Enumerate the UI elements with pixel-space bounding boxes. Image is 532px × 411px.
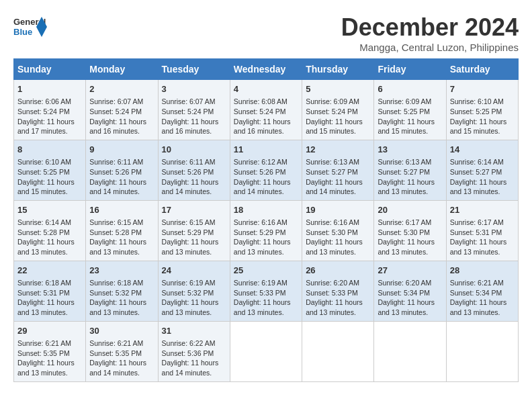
calendar-week-row: 15Sunrise: 6:14 AMSunset: 5:28 PMDayligh…: [14, 200, 519, 261]
daylight-text: Daylight: 11 hours and 15 minutes.: [450, 118, 507, 136]
day-number: 26: [306, 265, 370, 277]
sunrise-text: Sunrise: 6:14 AM: [17, 218, 71, 226]
header-wednesday: Wednesday: [230, 59, 302, 80]
day-number: 31: [162, 325, 226, 337]
sunset-text: Sunset: 5:34 PM: [450, 289, 502, 297]
sunrise-text: Sunrise: 6:18 AM: [17, 279, 71, 287]
calendar-week-row: 1Sunrise: 6:06 AMSunset: 5:24 PMDaylight…: [14, 80, 519, 140]
sunrise-text: Sunrise: 6:22 AM: [162, 339, 216, 347]
calendar-day-cell: 2Sunrise: 6:07 AMSunset: 5:24 PMDaylight…: [86, 80, 158, 140]
sunset-text: Sunset: 5:30 PM: [306, 228, 358, 236]
day-number: 25: [234, 265, 298, 277]
daylight-text: Daylight: 11 hours and 13 minutes.: [17, 298, 75, 316]
sunset-text: Sunset: 5:28 PM: [17, 228, 70, 236]
calendar-day-cell: 29Sunrise: 6:21 AMSunset: 5:35 PMDayligh…: [14, 321, 86, 381]
daylight-text: Daylight: 11 hours and 16 minutes.: [89, 118, 146, 136]
sunset-text: Sunset: 5:29 PM: [162, 228, 214, 236]
calendar-day-cell: 10Sunrise: 6:11 AMSunset: 5:26 PMDayligh…: [158, 140, 230, 200]
calendar-day-cell: 8Sunrise: 6:10 AMSunset: 5:25 PMDaylight…: [14, 140, 86, 200]
calendar-day-cell: 13Sunrise: 6:13 AMSunset: 5:27 PMDayligh…: [374, 140, 446, 200]
day-number: 29: [17, 325, 82, 337]
day-number: 8: [17, 144, 82, 156]
daylight-text: Daylight: 11 hours and 13 minutes.: [378, 298, 435, 316]
calendar-day-cell: 3Sunrise: 6:07 AMSunset: 5:24 PMDaylight…: [158, 80, 230, 140]
sunrise-text: Sunrise: 6:14 AM: [450, 158, 504, 166]
daylight-text: Daylight: 11 hours and 13 minutes.: [17, 238, 75, 256]
day-number: 21: [450, 204, 515, 216]
sunset-text: Sunset: 5:27 PM: [378, 168, 430, 176]
month-title: December 2024: [341, 13, 519, 42]
sunrise-text: Sunrise: 6:10 AM: [17, 158, 71, 166]
daylight-text: Daylight: 11 hours and 13 minutes.: [306, 298, 363, 316]
sunset-text: Sunset: 5:25 PM: [17, 168, 70, 176]
calendar-table: SundayMondayTuesdayWednesdayThursdayFrid…: [13, 58, 519, 382]
day-number: 23: [89, 265, 154, 277]
logo-svg: General Blue: [13, 13, 47, 40]
daylight-text: Daylight: 11 hours and 13 minutes.: [234, 238, 291, 256]
day-number: 16: [89, 204, 154, 216]
sunset-text: Sunset: 5:25 PM: [378, 107, 430, 116]
daylight-text: Daylight: 11 hours and 13 minutes.: [89, 238, 146, 256]
sunrise-text: Sunrise: 6:12 AM: [234, 158, 287, 166]
day-number: 22: [17, 265, 82, 277]
daylight-text: Daylight: 11 hours and 13 minutes.: [17, 359, 75, 377]
calendar-day-cell: 1Sunrise: 6:06 AMSunset: 5:24 PMDaylight…: [14, 80, 86, 140]
day-number: 15: [17, 204, 82, 216]
sunset-text: Sunset: 5:24 PM: [162, 107, 214, 116]
sunset-text: Sunset: 5:31 PM: [450, 228, 502, 236]
header-monday: Monday: [86, 59, 158, 80]
sunset-text: Sunset: 5:27 PM: [306, 168, 358, 176]
daylight-text: Daylight: 11 hours and 15 minutes.: [306, 118, 363, 136]
sunset-text: Sunset: 5:26 PM: [162, 168, 214, 176]
daylight-text: Daylight: 11 hours and 13 minutes.: [450, 298, 507, 316]
day-number: 7: [450, 83, 515, 95]
sunrise-text: Sunrise: 6:21 AM: [450, 279, 504, 287]
sunrise-text: Sunrise: 6:11 AM: [89, 158, 143, 166]
calendar-day-cell: 30Sunrise: 6:21 AMSunset: 5:35 PMDayligh…: [86, 321, 158, 381]
day-number: 13: [378, 144, 442, 156]
sunrise-text: Sunrise: 6:17 AM: [450, 218, 504, 226]
logo: General Blue: [13, 13, 47, 40]
calendar-day-cell: 24Sunrise: 6:19 AMSunset: 5:32 PMDayligh…: [158, 261, 230, 321]
sunset-text: Sunset: 5:35 PM: [17, 349, 70, 357]
sunset-text: Sunset: 5:32 PM: [89, 289, 142, 297]
title-block: December 2024 Mangga, Central Luzon, Phi…: [341, 13, 519, 53]
calendar-day-cell: 20Sunrise: 6:17 AMSunset: 5:30 PMDayligh…: [374, 200, 446, 261]
day-number: 20: [378, 204, 442, 216]
daylight-text: Daylight: 11 hours and 13 minutes.: [450, 238, 507, 256]
header-sunday: Sunday: [14, 59, 86, 80]
day-number: 3: [162, 83, 226, 95]
sunrise-text: Sunrise: 6:15 AM: [162, 218, 216, 226]
day-number: 2: [89, 83, 154, 95]
sunrise-text: Sunrise: 6:07 AM: [162, 97, 216, 105]
day-number: 10: [162, 144, 226, 156]
daylight-text: Daylight: 11 hours and 13 minutes.: [378, 178, 435, 196]
daylight-text: Daylight: 11 hours and 17 minutes.: [17, 118, 75, 136]
header-tuesday: Tuesday: [158, 59, 230, 80]
sunrise-text: Sunrise: 6:18 AM: [89, 279, 143, 287]
sunset-text: Sunset: 5:33 PM: [306, 289, 358, 297]
calendar-day-cell: 14Sunrise: 6:14 AMSunset: 5:27 PMDayligh…: [446, 140, 518, 200]
day-number: 28: [450, 265, 515, 277]
sunset-text: Sunset: 5:33 PM: [234, 289, 286, 297]
header-thursday: Thursday: [302, 59, 374, 80]
day-number: 4: [234, 83, 298, 95]
day-number: 17: [162, 204, 226, 216]
calendar-day-cell: 5Sunrise: 6:09 AMSunset: 5:24 PMDaylight…: [302, 80, 374, 140]
daylight-text: Daylight: 11 hours and 14 minutes.: [89, 178, 146, 196]
day-number: 12: [306, 144, 370, 156]
day-number: 27: [378, 265, 442, 277]
header-friday: Friday: [374, 59, 446, 80]
sunset-text: Sunset: 5:28 PM: [89, 228, 142, 236]
calendar-day-cell: [446, 321, 518, 381]
day-number: 30: [89, 325, 154, 337]
sunrise-text: Sunrise: 6:09 AM: [306, 97, 359, 105]
sunrise-text: Sunrise: 6:06 AM: [17, 97, 71, 105]
sunset-text: Sunset: 5:24 PM: [234, 107, 286, 116]
daylight-text: Daylight: 11 hours and 13 minutes.: [306, 238, 363, 256]
calendar-day-cell: [230, 321, 302, 381]
calendar-day-cell: 11Sunrise: 6:12 AMSunset: 5:26 PMDayligh…: [230, 140, 302, 200]
calendar-day-cell: [302, 321, 374, 381]
day-number: 18: [234, 204, 298, 216]
daylight-text: Daylight: 11 hours and 14 minutes.: [89, 359, 146, 377]
